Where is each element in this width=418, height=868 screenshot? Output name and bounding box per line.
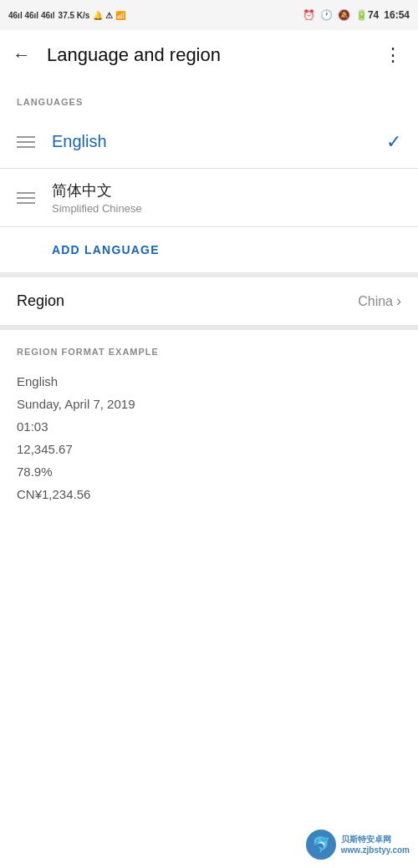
add-language-button[interactable]: ADD LANGUAGE: [0, 227, 418, 277]
format-line-currency: CN¥1,234.56: [17, 483, 401, 505]
format-line-number: 12,345.67: [17, 438, 401, 460]
alarm2-icon: 🕐: [320, 9, 333, 21]
format-section-header: REGION FORMAT EXAMPLE: [0, 330, 418, 363]
mute-icon: 🔕: [338, 9, 350, 21]
languages-section-header: LANGUAGES: [0, 80, 418, 115]
region-row[interactable]: Region China ›: [0, 277, 418, 330]
drag-line-2: [17, 141, 35, 143]
watermark-text: 贝斯特安卓网 www.zjbstyy.com: [341, 834, 410, 855]
drag-line-1: [17, 136, 35, 138]
watermark: 🐬 贝斯特安卓网 www.zjbstyy.com: [306, 830, 410, 860]
language-item-english[interactable]: English ✓: [0, 115, 418, 169]
battery-icon: 🔋74: [355, 9, 379, 21]
notification-icons: 🔔 ⚠ 📶: [93, 11, 125, 20]
format-line-percent: 78.9%: [17, 460, 401, 483]
speed-text: 37.5 K/s: [59, 11, 90, 20]
format-examples: English Sunday, April 7, 2019 01:03 12,3…: [0, 363, 418, 525]
region-label: Region: [17, 292, 358, 310]
region-value: China: [358, 294, 393, 309]
status-left: 46ıl 46ıl 46ıl 37.5 K/s 🔔 ⚠ 📶: [8, 11, 125, 20]
language-item-chinese[interactable]: 简体中文 Simplified Chinese: [0, 169, 418, 227]
drag-line-1: [17, 192, 35, 194]
drag-handle-english[interactable]: [17, 136, 35, 148]
alarm-icon: ⏰: [303, 9, 315, 21]
add-language-label: ADD LANGUAGE: [52, 243, 160, 256]
more-options-button[interactable]: ⋮: [375, 37, 411, 74]
drag-line-3: [17, 146, 35, 148]
english-info: English: [52, 132, 386, 151]
drag-handle-chinese[interactable]: [17, 192, 35, 204]
format-line-date: Sunday, April 7, 2019: [17, 393, 401, 415]
back-button[interactable]: ←: [3, 37, 40, 74]
time-display: 16:54: [384, 9, 410, 21]
drag-line-3: [17, 202, 35, 204]
english-checkmark: ✓: [386, 131, 401, 153]
chinese-subtitle: Simplified Chinese: [52, 202, 401, 215]
signal-text: 46ıl 46ıl 46ıl: [8, 11, 55, 20]
toolbar: ← Language and region ⋮: [0, 30, 418, 80]
chinese-name: 简体中文: [52, 180, 401, 201]
format-line-english: English: [17, 370, 401, 393]
watermark-icon: 🐬: [306, 830, 336, 860]
region-chevron-icon: ›: [396, 292, 401, 310]
chinese-info: 简体中文 Simplified Chinese: [52, 180, 401, 215]
page-title: Language and region: [40, 44, 375, 66]
status-bar: 46ıl 46ıl 46ıl 37.5 K/s 🔔 ⚠ 📶 ⏰ 🕐 🔕 🔋74 …: [0, 0, 418, 30]
format-line-time: 01:03: [17, 415, 401, 438]
drag-line-2: [17, 197, 35, 199]
english-name: English: [52, 132, 386, 151]
status-right: ⏰ 🕐 🔕 🔋74 16:54: [303, 9, 410, 21]
